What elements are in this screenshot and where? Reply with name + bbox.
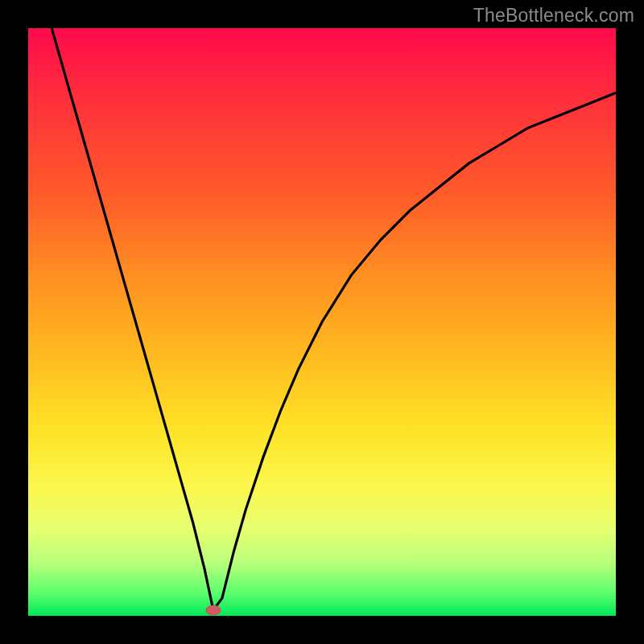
curve-svg <box>28 28 616 616</box>
plot-area <box>28 28 616 616</box>
watermark-text: TheBottleneck.com <box>473 5 634 27</box>
chart-frame: TheBottleneck.com <box>0 0 644 644</box>
minimum-marker <box>205 605 221 615</box>
bottleneck-curve <box>52 28 616 610</box>
